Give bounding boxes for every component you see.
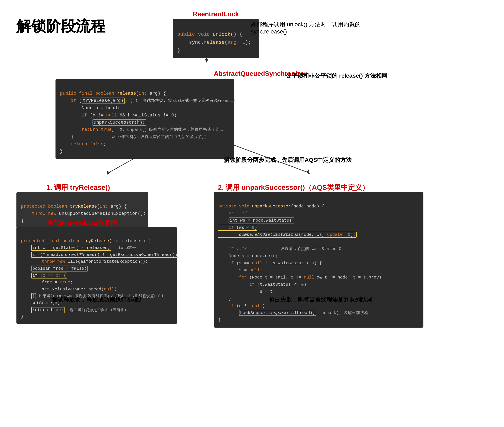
section2-label: 2. 调用 unparkSuccessor()（AQS类里中定义） xyxy=(218,183,444,192)
svg-marker-3 xyxy=(107,171,110,175)
page-title: 解锁阶段流程 xyxy=(16,16,105,36)
bottom1-label: 尝试释放锁，释放成功则执行步骤2 xyxy=(16,296,177,304)
section2-code: private void unparkSuccessor(Node node) … xyxy=(214,192,423,328)
mid-annotation: 解锁阶段分两步完成，先后调用AQS中定义的方法 xyxy=(224,156,368,164)
aqs-label: AbstractQueuedSynchronizer xyxy=(8,70,504,77)
section1-label: 1. 调用 tryRelease() xyxy=(16,183,140,192)
rewrite-label: 重写的 tryRelease() 相同 xyxy=(16,219,148,227)
reentrant-code-block: public void unlock() { sync.release(arg:… xyxy=(173,19,259,58)
bottom2-label: 抢占失败，则将当前线程添加到队列队尾 xyxy=(218,296,423,304)
top-annotation: 外部程序调用 unlock() 方法时，调用内聚的 sync.release() xyxy=(251,21,374,35)
svg-marker-1 xyxy=(205,59,208,63)
aqs-annotation: 公平锁和非公平锁的 release() 方法相同 xyxy=(286,72,430,80)
reentrant-label: ReentrantLock xyxy=(140,10,292,18)
aqs-code-block: public final boolean release(int arg) { … xyxy=(55,79,234,159)
section1-impl-code: protected final boolean tryRelease(int r… xyxy=(16,227,177,324)
svg-marker-5 xyxy=(307,169,310,175)
